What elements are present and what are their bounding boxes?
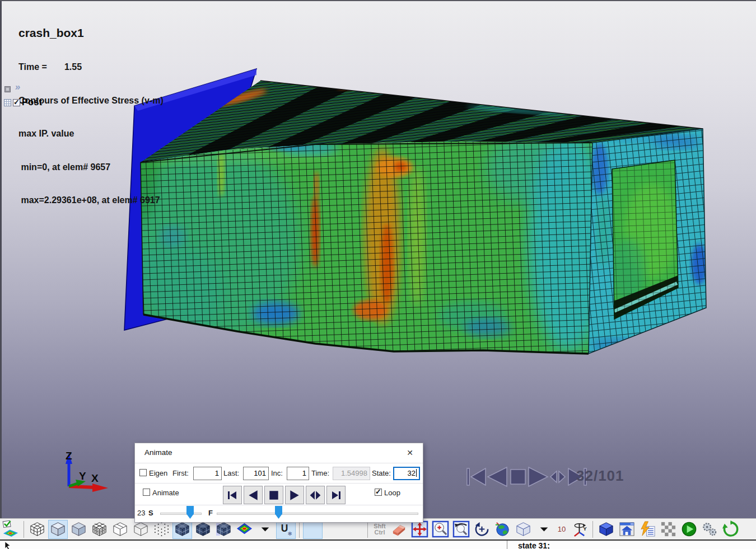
feature-edge-cube-icon (111, 520, 129, 538)
gears-button[interactable] (700, 520, 720, 539)
play-forward-button[interactable] (285, 486, 304, 504)
annotation-block: crash_box1 Time = 1.55 Contours of Effec… (18, 6, 164, 227)
eigen-checkbox[interactable] (139, 469, 147, 476)
command-bar: state 31; (0, 539, 756, 549)
flat-shaded-cube-button[interactable] (69, 520, 88, 539)
wire-mesh-cube-icon (29, 520, 46, 538)
fast-label: F (208, 509, 213, 517)
play-reverse-button[interactable] (244, 486, 263, 504)
speed-slider-thumb[interactable] (186, 506, 194, 519)
state-input[interactable]: 32 (393, 467, 420, 480)
zoom-in-button[interactable] (431, 520, 450, 539)
dialog-title: Animate (144, 448, 172, 457)
dropdown-arrow-button[interactable] (534, 520, 554, 539)
pan-arrows-icon (411, 520, 428, 538)
statusbar-divider (507, 541, 507, 549)
go-last-button[interactable] (326, 486, 346, 504)
zoom-in-icon (432, 520, 449, 538)
macro-list-button[interactable] (638, 520, 657, 539)
svg-text:✱: ✱ (287, 531, 292, 537)
overlay-play-reverse-button[interactable] (488, 467, 507, 486)
triad-rotate-button[interactable]: Y (570, 520, 589, 539)
eraser-icon (390, 520, 408, 538)
post-label: Post (22, 97, 43, 107)
time-line: Time = 1.55 (18, 60, 164, 74)
eigen-label: Eigen (149, 469, 167, 477)
slow-label: S (148, 509, 153, 517)
solid-cube-blue-icon (598, 520, 615, 538)
animate-dialog: Animate ✕ Eigen First: 1 Last: 101 Inc: … (134, 443, 423, 523)
oscillate-button[interactable] (306, 486, 325, 504)
tree-expand-icon[interactable] (4, 99, 11, 106)
go-first-button[interactable] (223, 486, 242, 504)
clip-cube-button[interactable] (514, 520, 533, 539)
post-visibility-checkbox[interactable] (13, 99, 20, 106)
time-label: Time: (311, 469, 329, 477)
globe-button[interactable] (493, 520, 512, 539)
toolbar-separator (24, 521, 24, 538)
recycle-icon (722, 520, 739, 538)
dialog-titlebar[interactable] (135, 443, 423, 463)
max-line: max=2.29361e+08, at elem# 6917 (18, 194, 164, 207)
toolbar-separator (299, 521, 300, 538)
fine-mesh-cube-icon (91, 520, 108, 538)
feature-edge-cube-button[interactable] (110, 520, 130, 539)
node-points-cube-icon (153, 520, 170, 538)
axis-z-label: Z (66, 450, 72, 462)
dropdown-arrow-icon (535, 520, 553, 538)
overlay-first-frame-button[interactable] (467, 468, 486, 485)
speed-slider-track[interactable] (160, 513, 202, 515)
view-cube-shaded-icon (304, 520, 321, 538)
overlay-stop-button[interactable] (511, 470, 525, 484)
macro-list-icon (639, 520, 656, 538)
home-window-button[interactable] (617, 520, 637, 539)
zoom-factor-label: 10 (555, 525, 568, 533)
recycle-button[interactable] (721, 520, 740, 539)
reset-view-button[interactable] (472, 520, 492, 539)
reset-view-icon (473, 520, 491, 538)
command-input-area[interactable] (0, 541, 506, 549)
play-circle-button[interactable] (679, 520, 699, 539)
viewport-playback-overlay (466, 464, 592, 490)
checker-pattern-button[interactable] (659, 520, 678, 539)
stop-button[interactable] (264, 486, 283, 504)
ip-line: max IP. value (18, 127, 164, 140)
fine-mesh-cube-button[interactable] (90, 520, 109, 539)
viewport-3d[interactable]: crash_box1 Time = 1.55 Contours of Effec… (0, 1, 756, 519)
contour-plate-icon (2, 520, 19, 538)
animate-checkbox[interactable] (143, 489, 150, 496)
frame-slider-thumb[interactable] (275, 506, 282, 519)
dropdown-arrow-icon (256, 520, 274, 538)
inc-input[interactable]: 1 (287, 467, 309, 480)
home-window-icon (618, 520, 636, 538)
mesh-band-cube-icon (215, 520, 232, 538)
close-icon[interactable]: ✕ (404, 447, 416, 459)
wire-mesh-cube-button[interactable] (27, 520, 47, 539)
first-label: First: (172, 469, 189, 477)
overlay-play-forward-button[interactable] (529, 467, 548, 486)
view-cube-wire-icon (346, 520, 363, 538)
solid-cube-blue-button[interactable] (596, 520, 616, 539)
overlay-oscillate-button[interactable] (550, 471, 565, 482)
rotate-view-button[interactable] (451, 520, 471, 539)
frame-slider-track[interactable] (217, 513, 418, 515)
loop-label: Loop (384, 489, 400, 497)
last-label: Last: (223, 469, 239, 477)
last-input[interactable]: 101 (243, 467, 269, 480)
undeform-u-icon: U✱ (277, 520, 295, 538)
loop-checkbox[interactable] (375, 489, 382, 496)
svg-text:Y: Y (583, 525, 587, 532)
modifier-keys-label: ShftCtrl (371, 523, 388, 536)
clip-cube-icon (515, 520, 532, 538)
contour-plate-button[interactable] (1, 520, 20, 539)
rotate-view-icon (452, 520, 470, 538)
gears-icon (701, 520, 718, 538)
shaded-cube-icon (49, 520, 67, 538)
toolbar-separator (367, 521, 368, 538)
first-input[interactable]: 1 (193, 467, 222, 480)
axis-y-label: Y (79, 470, 86, 482)
inc-label: Inc: (271, 469, 283, 477)
panel-collapse-button[interactable] (4, 86, 11, 92)
shaded-cube-button[interactable] (48, 520, 68, 539)
globe-icon (494, 520, 511, 538)
